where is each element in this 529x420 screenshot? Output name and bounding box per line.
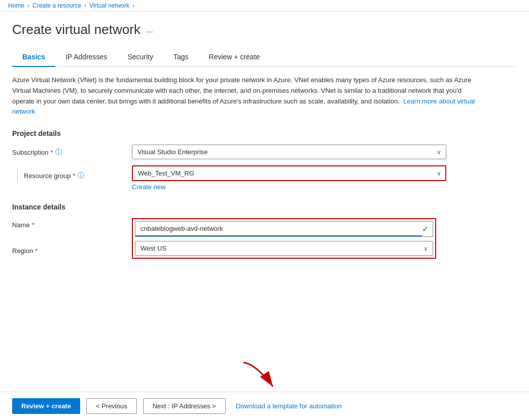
resource-group-control: Web_Test_VM_RG ∨ Create new [132,165,446,191]
subscription-select[interactable]: Visual Studio Enterprise [132,145,446,159]
instance-details-heading: Instance details [12,203,517,211]
subscription-label: Subscription [12,149,49,156]
resource-group-label-col: Resource group * ⓘ [12,165,124,183]
project-details-heading: Project details [12,129,517,137]
main-content: Create virtual network ... Basics IP Add… [0,12,529,259]
region-select-wrapper: West US ∨ [135,241,433,256]
resource-group-required: * [73,172,76,180]
subscription-required: * [51,149,53,156]
name-row: ✓ [135,221,433,237]
page-title: Create virtual network [12,22,140,38]
tab-basics[interactable]: Basics [12,48,55,67]
region-control: West US ∨ [135,241,433,256]
name-input-wrapper: ✓ [135,221,433,237]
resource-group-row: Resource group * ⓘ Web_Test_VM_RG ∨ Crea… [12,165,517,191]
region-select[interactable]: West US [135,241,433,256]
subscription-info-icon[interactable]: ⓘ [55,148,62,157]
description-body: Azure Virtual Network (VNet) is the fund… [12,76,471,105]
sep3: › [132,2,134,9]
subscription-label-col: Subscription * ⓘ [12,145,124,157]
tab-bar: Basics IP Addresses Security Tags Review… [12,48,517,67]
project-details-section: Project details Subscription * ⓘ Visual … [12,129,517,191]
tab-ip-addresses[interactable]: IP Addresses [55,48,117,67]
indent-line [17,168,18,183]
subscription-select-wrapper: Visual Studio Enterprise ∨ [132,145,446,159]
name-label-text: Name [12,221,30,229]
page-title-container: Create virtual network ... [12,22,517,38]
region-required: * [35,247,38,255]
tab-review-create[interactable]: Review + create [199,48,270,67]
resource-group-label: Resource group [24,172,71,180]
description-text: Azure Virtual Network (VNet) is the fund… [12,75,479,117]
tab-tags[interactable]: Tags [163,48,199,67]
subscription-row: Subscription * ⓘ Visual Studio Enterpris… [12,145,517,159]
sep1: › [27,2,29,9]
instance-details-section: Instance details Name *Region * ✓ [12,203,517,259]
breadcrumb-create-resource[interactable]: Create a resource [32,2,81,9]
breadcrumb-home[interactable]: Home [8,2,24,9]
instance-fields-box: ✓ West US ∨ [132,218,436,259]
resource-group-select-wrapper: Web_Test_VM_RG ∨ [132,165,446,181]
more-options-icon[interactable]: ... [146,24,153,35]
breadcrumb-virtual-network[interactable]: Virtual network [89,2,129,9]
tab-security[interactable]: Security [117,48,163,67]
breadcrumb: Home › Create a resource › Virtual netwo… [0,0,529,12]
resource-group-info-icon[interactable]: ⓘ [78,171,84,180]
subscription-control: Visual Studio Enterprise ∨ [132,145,446,159]
name-input[interactable] [135,222,422,236]
name-checkmark-icon: ✓ [422,224,433,234]
resource-group-select[interactable]: Web_Test_VM_RG [132,165,446,181]
sep2: › [84,2,86,9]
region-row: West US ∨ [135,241,433,256]
region-label-text: Region [12,247,33,255]
create-new-link[interactable]: Create new [132,183,165,191]
name-required: * [32,221,34,229]
name-control: ✓ [135,221,433,237]
